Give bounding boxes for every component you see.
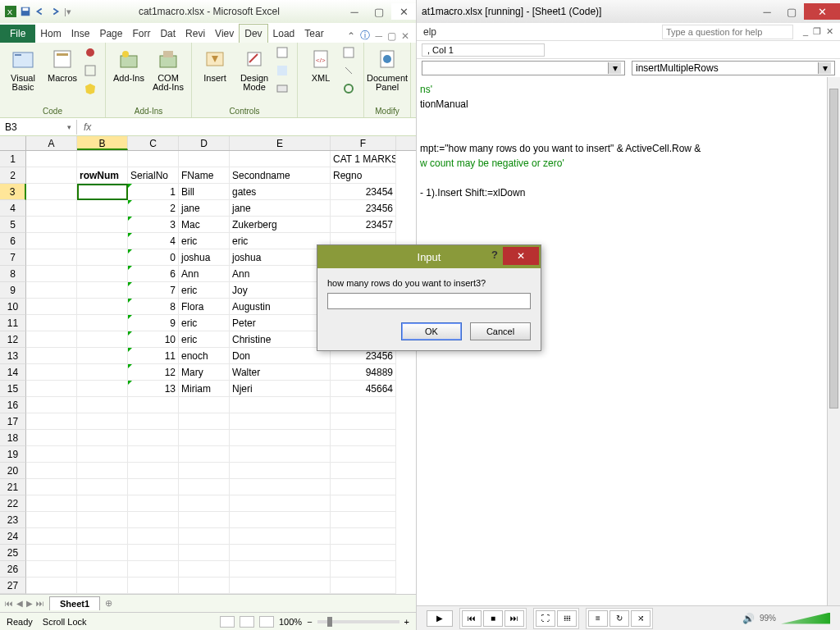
col-header-e[interactable]: E [230,136,331,150]
page-break-view-icon[interactable] [259,616,274,628]
ask-help-input[interactable] [662,25,793,39]
cell[interactable] [26,167,77,184]
cell[interactable]: 12 [128,364,179,381]
minimize-button[interactable]: ─ [342,3,367,20]
mdi-min-icon[interactable]: _ [803,26,808,37]
cell[interactable] [77,561,128,578]
row-header[interactable]: 3 [0,184,26,200]
minimize-ribbon-icon[interactable]: ⌃ [347,30,355,42]
dialog-titlebar[interactable]: Input ? ✕ [317,245,541,268]
tab-view[interactable]: Viev [210,25,239,43]
cell[interactable] [179,528,230,545]
cell[interactable]: Mary [179,364,230,381]
help-icon[interactable]: ⓘ [360,29,370,43]
cell[interactable]: 13 [128,381,179,397]
cell[interactable] [26,233,77,249]
col-header-b[interactable]: B [77,136,128,150]
cell[interactable] [230,151,331,167]
xml-button[interactable]: </> XML [303,46,339,115]
cell[interactable] [26,578,77,594]
row-header[interactable]: 26 [0,561,26,578]
design-mode-button[interactable]: Design Mode [236,46,272,106]
row-header[interactable]: 5 [0,217,26,233]
normal-view-icon[interactable] [220,616,235,628]
cell[interactable] [77,200,128,217]
cell[interactable] [77,381,128,397]
cell[interactable] [128,413,179,430]
insert-control-button[interactable]: Insert [197,46,233,106]
cell[interactable]: Joy [230,282,331,299]
row-header[interactable]: 8 [0,266,26,282]
mdi-close-icon[interactable]: ✕ [401,30,409,42]
cell[interactable] [331,545,396,561]
cell[interactable]: Njeri [230,381,331,397]
row-header[interactable]: 2 [0,167,26,184]
cell[interactable] [26,151,77,167]
volume-bar[interactable] [781,613,830,624]
cell[interactable] [26,446,77,463]
save-icon[interactable] [20,6,31,17]
cell[interactable]: 3 [128,217,179,233]
row-header[interactable]: 7 [0,249,26,266]
row-header[interactable]: 22 [0,495,26,512]
cell[interactable] [26,463,77,479]
name-box[interactable]: B3▾ [0,120,77,135]
cell[interactable] [26,364,77,381]
col-header-c[interactable]: C [128,136,179,150]
cell[interactable] [77,315,128,331]
cell[interactable] [230,528,331,545]
cell[interactable] [331,397,396,413]
cell[interactable] [331,430,396,446]
cell[interactable]: Peter [230,315,331,331]
cell[interactable] [128,397,179,413]
com-addins-button[interactable]: COM Add-Ins [150,46,186,106]
cell[interactable] [331,578,396,594]
cell[interactable]: 0 [128,249,179,266]
cell[interactable] [77,495,128,512]
cell[interactable] [128,446,179,463]
tab-developer[interactable]: Dev [239,24,267,43]
cell[interactable] [26,561,77,578]
cell[interactable]: 23456 [331,200,396,217]
prev-track-icon[interactable]: ⏮ [462,610,482,627]
cell[interactable] [331,446,396,463]
cell[interactable]: 10 [128,331,179,348]
row-header[interactable]: 23 [0,512,26,528]
cell[interactable]: FName [179,167,230,184]
cell[interactable] [77,233,128,249]
cell[interactable] [26,200,77,217]
shuffle-icon[interactable]: ⤨ [631,610,651,627]
mdi-min-icon[interactable]: ─ [375,30,382,42]
cell[interactable] [77,217,128,233]
cell[interactable]: Bill [179,184,230,200]
record-macro-icon[interactable] [84,46,100,62]
cell[interactable] [230,446,331,463]
cell[interactable] [26,528,77,545]
cell[interactable] [179,479,230,495]
cell[interactable] [26,495,77,512]
cell[interactable] [230,397,331,413]
run-dialog-icon[interactable] [276,82,292,98]
stop-icon[interactable]: ■ [483,610,503,627]
cell[interactable] [77,249,128,266]
row-header[interactable]: 17 [0,413,26,430]
cell[interactable]: eric [179,233,230,249]
cell[interactable]: Don [230,348,331,364]
row-header[interactable]: 18 [0,430,26,446]
close-button[interactable]: ✕ [391,3,416,20]
cell[interactable] [128,545,179,561]
mdi-close-icon[interactable]: ✕ [826,26,833,37]
cell[interactable] [77,413,128,430]
row-header[interactable]: 6 [0,233,26,249]
cell[interactable]: eric [230,233,331,249]
cell[interactable] [77,299,128,315]
cell[interactable]: 11 [128,348,179,364]
cell[interactable] [331,463,396,479]
cell[interactable]: jane [230,200,331,217]
cell[interactable] [331,479,396,495]
row-header[interactable]: 25 [0,545,26,561]
speaker-icon[interactable]: 🔊 [742,613,755,624]
procedure-dropdown[interactable]: insertMultipleRows▾ [632,61,835,75]
cell[interactable]: 23457 [331,217,396,233]
maximize-button[interactable]: ▢ [367,3,391,20]
